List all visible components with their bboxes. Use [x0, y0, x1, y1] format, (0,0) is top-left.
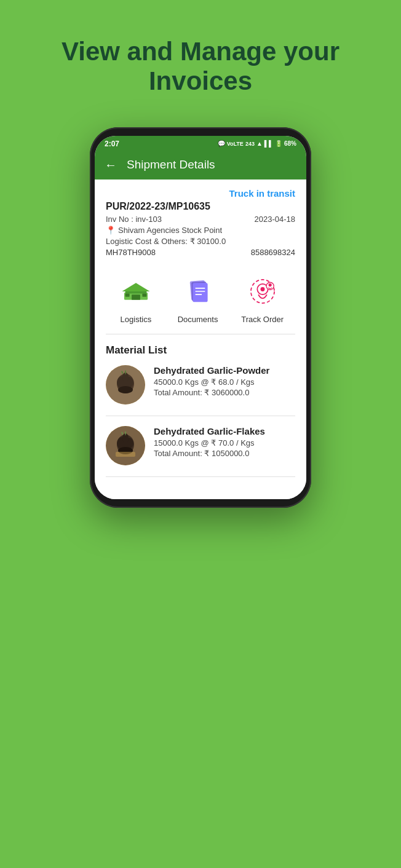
status-time: 2:07: [105, 140, 119, 148]
app-bar-title: Shipment Details: [127, 158, 215, 172]
documents-icon: [180, 273, 216, 310]
wifi-icon: ▲: [256, 140, 263, 147]
garlic-powder-qty: 45000.0 Kgs @ ₹ 68.0 / Kgs: [154, 377, 269, 387]
signal-lte: VoLTE: [227, 141, 244, 147]
phone-shell: 2:07 💬 VoLTE 243 ▲ ▌▌ 🔋 68% ← Shipment D…: [90, 127, 311, 508]
battery-icon: 🔋: [275, 140, 282, 147]
svg-point-16: [268, 283, 271, 286]
svg-rect-4: [125, 293, 130, 296]
logistics-icon: [117, 273, 154, 310]
track-order-button[interactable]: Track Order: [241, 273, 284, 324]
pin-icon: 📍: [106, 226, 116, 235]
garlic-powder-info: Dehydrated Garlic-Powder 45000.0 Kgs @ ₹…: [154, 365, 269, 397]
location-row: 📍 Shivam Agencies Stock Point: [106, 226, 295, 235]
garlic-flakes-image: [106, 426, 145, 465]
logistics-button[interactable]: Logistics: [117, 273, 154, 324]
svg-rect-8: [193, 283, 207, 302]
documents-label: Documents: [178, 315, 218, 324]
back-button[interactable]: ←: [105, 158, 117, 172]
material-item-2: Dehydrated Garlic-Flakes 15000.0 Kgs @ ₹…: [106, 426, 295, 465]
plate-number: MH78TH9008: [106, 248, 156, 257]
svg-rect-5: [142, 293, 146, 296]
location-text: Shivam Agencies Stock Point: [118, 226, 222, 235]
garlic-powder-total: Total Amount: ₹ 3060000.0: [154, 388, 269, 397]
shipment-content: Truck in transit PUR/2022-23/MP10635 Inv…: [95, 180, 306, 499]
logistics-label: Logistics: [121, 315, 152, 324]
phone-number: 8588698324: [251, 248, 295, 257]
inv-no-row: Inv No : inv-103 2023-04-18: [106, 215, 295, 224]
material-item-1: Dehydrated Garlic-Powder 45000.0 Kgs @ ₹…: [106, 365, 295, 404]
plate-phone-row: MH78TH9008 8588698324: [106, 248, 295, 257]
action-icons-row: Logistics Documents: [106, 267, 295, 334]
whatsapp-icon: 💬: [218, 140, 225, 147]
documents-button[interactable]: Documents: [178, 273, 218, 324]
status-bar: 2:07 💬 VoLTE 243 ▲ ▌▌ 🔋 68%: [95, 136, 306, 151]
svg-marker-2: [122, 283, 149, 291]
divider-1: [106, 416, 295, 416]
track-order-label: Track Order: [241, 315, 284, 324]
garlic-flakes-name: Dehydrated Garlic-Flakes: [154, 426, 265, 436]
hero-section: View and Manage your Invoices: [0, 0, 401, 127]
svg-point-22: [118, 386, 133, 393]
logistic-cost-row: Logistic Cost & Others: ₹ 30100.0: [106, 237, 295, 246]
garlic-powder-name: Dehydrated Garlic-Powder: [154, 365, 269, 376]
inv-no-label: Inv No : inv-103: [106, 215, 162, 224]
material-list-section: Material List: [106, 344, 295, 477]
invoice-id: PUR/2022-23/MP10635: [106, 201, 295, 212]
inv-date: 2023-04-18: [255, 215, 296, 224]
garlic-flakes-info: Dehydrated Garlic-Flakes 15000.0 Kgs @ ₹…: [154, 426, 265, 458]
status-row: Truck in transit: [106, 188, 295, 199]
garlic-flakes-total: Total Amount: ₹ 1050000.0: [154, 449, 265, 458]
track-icon: [244, 273, 281, 310]
garlic-flakes-qty: 15000.0 Kgs @ ₹ 70.0 / Kgs: [154, 438, 265, 448]
status-icons: 💬 VoLTE 243 ▲ ▌▌ 🔋 68%: [218, 140, 296, 147]
battery-percent: 68%: [284, 140, 296, 147]
status-badge: Truck in transit: [229, 188, 295, 199]
hero-title: View and Manage your Invoices: [0, 37, 401, 97]
garlic-powder-image: [106, 365, 145, 404]
signal-bars: ▌▌: [264, 140, 273, 147]
data-speed: 243: [245, 141, 255, 147]
divider-2: [106, 476, 295, 477]
svg-rect-29: [116, 452, 135, 457]
svg-rect-3: [132, 294, 140, 300]
app-bar: ← Shipment Details: [95, 151, 306, 180]
material-list-title: Material List: [106, 344, 295, 357]
phone-screen: 2:07 💬 VoLTE 243 ▲ ▌▌ 🔋 68% ← Shipment D…: [95, 136, 306, 499]
svg-point-14: [260, 287, 264, 291]
